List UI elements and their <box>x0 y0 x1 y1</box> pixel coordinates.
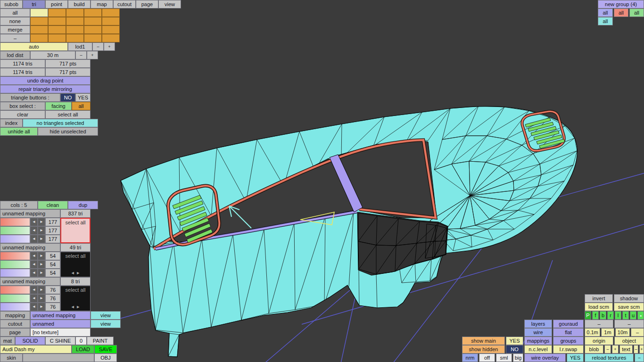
swatch-right-arrow[interactable]: ► <box>38 294 45 303</box>
swatch-right-arrow[interactable]: ► <box>38 303 45 311</box>
axis-toggle-r[interactable]: r <box>607 311 614 320</box>
swatch-right-arrow[interactable]: ► <box>38 226 45 235</box>
swatch-right-arrow[interactable]: ► <box>38 218 45 226</box>
grid-1m-button[interactable]: 1m <box>601 328 614 337</box>
texture-grid-cell[interactable] <box>84 17 102 25</box>
blob-minus-button[interactable]: – <box>604 345 611 354</box>
reload-textures-button[interactable]: reload textures <box>585 354 634 362</box>
menu-tab-page[interactable]: page <box>136 0 158 8</box>
texture-grid-cell[interactable] <box>66 17 84 25</box>
axis-toggle-u[interactable]: u <box>630 311 636 320</box>
text-button[interactable]: text <box>619 345 633 354</box>
cutout-view-button[interactable]: view <box>91 320 121 328</box>
reload-dash-button[interactable]: – <box>635 354 644 362</box>
blob-plus-button[interactable]: + <box>612 345 619 354</box>
subob-none-button[interactable]: none <box>0 17 30 25</box>
group-select-all-button[interactable]: select all ◄ ► <box>60 286 91 311</box>
swatch-left-arrow[interactable]: ◄ <box>30 252 38 260</box>
texture-grid-cell[interactable] <box>102 25 120 34</box>
texture-grid-cell[interactable] <box>48 25 66 34</box>
texture-grid-cell[interactable] <box>66 34 84 42</box>
color-swatch[interactable] <box>0 226 30 235</box>
texture-grid-cell[interactable] <box>30 25 48 34</box>
group-arrows[interactable]: ◄ ► <box>71 271 80 275</box>
group-all-cyan-button[interactable]: all <box>598 17 613 25</box>
mat-solid-button[interactable]: SOLID <box>15 337 45 345</box>
group-all-blue-button[interactable]: all <box>598 8 613 17</box>
dup-button[interactable]: dup <box>68 201 98 209</box>
file-name-field[interactable]: Audi Dash my <box>0 345 72 354</box>
obj-button[interactable]: OBJ <box>94 354 117 362</box>
group-select-all-button[interactable]: select all ◄ ► <box>60 252 91 277</box>
skin-value[interactable] <box>23 354 94 362</box>
nclevel-button[interactable]: n.c.level <box>524 345 552 354</box>
axis-toggle-t[interactable]: t <box>622 311 629 320</box>
mapping-view-button[interactable]: view <box>91 311 121 320</box>
mapping-group-name[interactable]: unnamed mapping <box>0 243 60 252</box>
hide-unselected-button[interactable]: hide unselected <box>38 127 98 136</box>
menu-tab-point[interactable]: point <box>45 0 68 8</box>
swatch-right-arrow[interactable]: ► <box>38 286 45 294</box>
clear-button[interactable]: clear <box>0 110 45 119</box>
repair-triangle-mirroring-button[interactable]: repair triangle mirroring <box>0 85 91 93</box>
grid-10m-button[interactable]: 10m <box>615 328 630 337</box>
origin-button[interactable]: origin <box>585 337 613 345</box>
nrm-sml-button[interactable]: sml <box>496 354 512 362</box>
lod-auto-button[interactable]: auto <box>0 42 68 51</box>
show-main-toggle[interactable]: YES <box>506 337 523 345</box>
nrm-big-button[interactable]: big <box>513 354 523 362</box>
texture-grid-cell[interactable] <box>48 17 66 25</box>
swatch-right-arrow[interactable]: ► <box>38 260 45 269</box>
swatch-left-arrow[interactable]: ◄ <box>30 218 38 226</box>
mat-cshine-button[interactable]: C SHINE <box>45 337 75 345</box>
load-button[interactable]: LOAD <box>72 345 94 354</box>
triangle-buttons-yes[interactable]: YES <box>75 93 91 102</box>
shadow-button[interactable]: shadow <box>614 294 644 303</box>
grid-01m-button[interactable]: 0.1m <box>585 328 600 337</box>
lrswap-button[interactable]: l.r.swap <box>553 345 584 354</box>
mapping-group-name[interactable]: unnamed mapping <box>0 209 60 218</box>
color-swatch[interactable] <box>0 235 30 243</box>
swatch-left-arrow[interactable]: ◄ <box>30 269 38 277</box>
texture-grid-cell[interactable] <box>66 8 84 17</box>
color-swatch[interactable] <box>0 269 30 277</box>
subob-dash-button[interactable]: – <box>0 34 30 42</box>
texture-grid-cell[interactable] <box>66 25 84 34</box>
layers-dash-button-2[interactable]: – <box>614 320 644 328</box>
subob-merge-button[interactable]: merge <box>0 25 30 34</box>
color-swatch[interactable] <box>0 252 30 260</box>
clean-button[interactable]: clean <box>38 201 68 209</box>
lod-plus-button[interactable]: + <box>104 42 115 51</box>
swatch-left-arrow[interactable]: ◄ <box>30 303 38 311</box>
layers-dash-button[interactable]: – <box>585 320 613 328</box>
menu-tab-build[interactable]: build <box>68 0 91 8</box>
mappings-button[interactable]: mappings <box>524 337 552 345</box>
texture-grid-cell[interactable] <box>48 34 66 42</box>
mapping-group-name[interactable]: unnamed mapping <box>0 277 60 286</box>
color-swatch[interactable] <box>0 303 30 311</box>
texture-grid-cell[interactable] <box>84 8 102 17</box>
texture-grid-cell[interactable] <box>48 8 66 17</box>
select-all-button[interactable]: select all <box>45 110 91 119</box>
texture-grid-cell[interactable] <box>30 8 48 17</box>
cutout-value-button[interactable]: unnamed <box>30 320 91 328</box>
menu-tab-map[interactable]: map <box>91 0 113 8</box>
swatch-left-arrow[interactable]: ◄ <box>30 294 38 303</box>
texture-grid-cell[interactable] <box>102 34 120 42</box>
swatch-left-arrow[interactable]: ◄ <box>30 286 38 294</box>
mat-paint-button[interactable]: PAINT <box>87 337 114 345</box>
texture-grid-cell[interactable] <box>30 17 48 25</box>
gouraud-button[interactable]: gouraud <box>553 320 584 328</box>
axis-toggle-dot[interactable]: ● <box>637 311 644 320</box>
blob-button[interactable]: blob <box>585 345 603 354</box>
lod-dist-plus-button[interactable]: + <box>87 51 98 59</box>
texture-grid-cell[interactable] <box>30 34 48 42</box>
texture-grid-cell[interactable] <box>102 8 120 17</box>
invert-button[interactable]: invert <box>585 294 613 303</box>
wire-overlay-toggle[interactable]: YES <box>567 354 584 362</box>
menu-tab-view[interactable]: view <box>158 0 181 8</box>
group-all-green-button[interactable]: all <box>629 8 644 17</box>
lod-dist-minus-button[interactable]: – <box>75 51 87 59</box>
groups-button[interactable]: groups <box>553 337 584 345</box>
load-scm-button[interactable]: load scm <box>585 303 613 311</box>
